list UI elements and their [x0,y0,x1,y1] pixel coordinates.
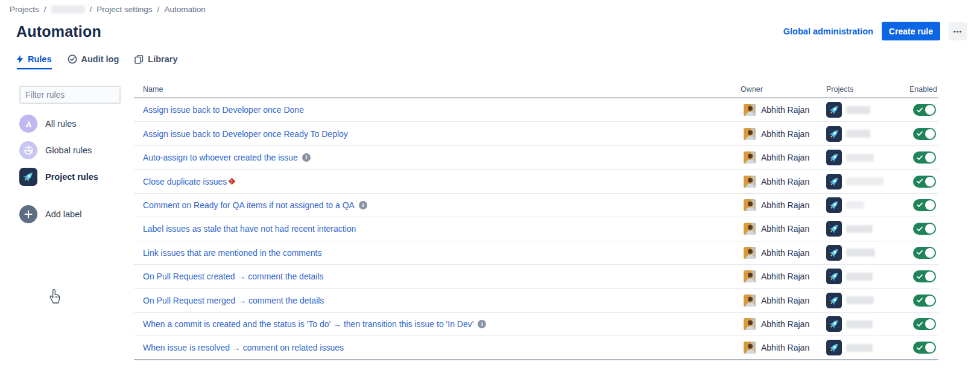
sidebar-item-global-rules[interactable]: Global rules [19,141,92,159]
create-rule-button[interactable]: Create rule [882,22,940,40]
rule-owner-cell: Abhith Rajan [741,151,826,164]
rule-name-cell: Assign issue back to Developer once Done [134,105,741,115]
enabled-toggle[interactable] [913,128,936,140]
tab-label: Library [148,54,177,64]
column-header-name: Name [134,85,741,94]
project-name-redacted [846,273,873,281]
rule-name-link[interactable]: Auto-assign to whoever created the issue [143,153,298,162]
rule-owner-cell: Abhith Rajan [741,247,826,259]
error-icon [228,177,236,185]
more-options-button[interactable]: ••• [949,22,967,40]
check-circle-icon [68,54,77,64]
rule-name-cell: Label issues as stale that have not had … [134,224,741,234]
toggle-knob [925,296,935,305]
rule-projects-cell [826,221,909,237]
rule-name-link[interactable]: Comment on Ready for QA items if not ass… [143,200,355,210]
project-name-redacted [846,154,874,162]
rule-name-link[interactable]: Link issues that are mentioned in the co… [143,248,322,258]
rule-enabled-cell [909,318,938,330]
rule-name-link[interactable]: Assign issue back to Developer once Done [143,105,304,115]
global-administration-link[interactable]: Global administration [783,27,873,36]
sidebar-item-project-rules[interactable]: Project rules [19,168,98,186]
toggle-knob [925,224,935,234]
rule-owner-cell: Abhith Rajan [741,176,826,188]
toggle-knob [925,200,935,210]
rule-name-cell: When a commit is created and the status … [134,319,741,329]
toggle-knob [925,153,935,162]
toggle-knob [925,177,935,186]
info-icon[interactable]: i [359,201,367,209]
filter-rules-input[interactable] [19,86,121,104]
rule-enabled-cell [909,294,938,307]
breadcrumb-projects[interactable]: Projects [10,5,39,14]
breadcrumb-project-name-redacted[interactable] [51,5,85,13]
rule-enabled-cell [909,342,938,354]
rule-owner-name: Abhith Rajan [761,248,809,258]
rule-projects-cell [826,102,909,118]
sidebar-item-label: Project rules [45,172,98,182]
enabled-toggle[interactable] [913,199,936,211]
rule-enabled-cell [909,199,938,211]
toggle-knob [925,343,935,352]
tab-library[interactable]: Library [134,54,177,68]
rule-enabled-cell [909,247,938,259]
rule-name-link[interactable]: When issue is resolved → comment on rela… [143,343,344,352]
tab-rules[interactable]: Rules [17,54,52,69]
project-name-redacted [846,344,873,352]
breadcrumb-automation: Automation [164,5,205,14]
table-row: Close duplicate issues Abhith Rajan [134,170,938,193]
enabled-toggle[interactable] [913,270,936,282]
rule-name-link[interactable]: Label issues as stale that have not had … [143,224,356,234]
rule-name-link[interactable]: On Pull Request merged → comment the det… [143,296,324,305]
project-name-redacted [846,130,870,138]
info-icon[interactable]: i [478,320,486,328]
enabled-toggle[interactable] [913,342,936,354]
rule-name-link[interactable]: Close duplicate issues [143,177,227,186]
rule-name-cell: Assign issue back to Developer once Read… [134,129,741,139]
tab-audit-log[interactable]: Audit log [68,54,119,68]
rule-name-cell: Close duplicate issues [134,177,741,186]
rule-name-link[interactable]: Assign issue back to Developer once Read… [143,129,348,139]
rocket-icon [19,168,37,186]
sidebar-item-add-label[interactable]: Add label [19,205,81,223]
enabled-toggle[interactable] [913,223,936,235]
enabled-toggle[interactable] [913,294,936,307]
table-row: Link issues that are mentioned in the co… [134,241,938,265]
table-row: Label issues as stale that have not had … [134,217,938,241]
avatar [744,294,756,307]
rocket-icon [826,245,842,261]
rule-projects-cell [826,150,909,165]
rule-owner-name: Abhith Rajan [761,272,809,281]
project-name-redacted [846,296,874,304]
rule-name-link[interactable]: On Pull Request created → comment the de… [143,272,324,281]
avatar [744,104,756,116]
rocket-icon [826,340,842,355]
column-header-enabled: Enabled [909,85,938,94]
sidebar-item-all-rules[interactable]: All rules [19,115,77,133]
rule-owner-name: Abhith Rajan [761,296,809,305]
enabled-toggle[interactable] [913,318,936,330]
toggle-knob [925,272,935,281]
rule-owner-name: Abhith Rajan [761,343,809,352]
table-row: Assign issue back to Developer once Done… [134,98,938,122]
info-icon[interactable]: i [302,153,311,162]
breadcrumb-separator: / [44,5,46,14]
project-name-redacted [846,177,884,185]
enabled-toggle[interactable] [913,247,936,259]
column-header-owner: Owner [741,85,826,94]
sidebar: All rules Global rules [19,86,128,104]
enabled-toggle[interactable] [913,151,936,164]
rocket-icon [826,293,842,308]
rule-name-link[interactable]: When a commit is created and the status … [143,319,473,329]
rule-owner-cell: Abhith Rajan [741,223,826,235]
tab-label: Audit log [81,54,119,64]
avatar [744,270,756,282]
rule-owner-cell: Abhith Rajan [741,199,826,211]
enabled-toggle[interactable] [913,176,936,188]
enabled-toggle[interactable] [913,104,936,116]
breadcrumb-project-settings[interactable]: Project settings [96,5,152,14]
rule-owner-name: Abhith Rajan [761,200,809,210]
rule-name-cell: On Pull Request created → comment the de… [134,272,741,281]
rule-owner-cell: Abhith Rajan [741,128,826,140]
mouse-cursor-hand-icon [48,288,62,307]
